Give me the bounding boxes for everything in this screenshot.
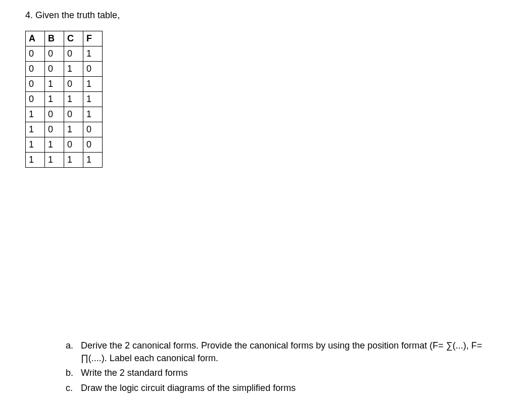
table-cell: 1 <box>83 92 103 107</box>
table-body: 00010010010101111001101011001111 <box>26 46 103 168</box>
table-cell: 0 <box>26 62 45 77</box>
table-cell: 0 <box>26 77 45 92</box>
table-cell: 0 <box>64 107 83 122</box>
sub-questions: a.Derive the 2 canonical forms. Provide … <box>66 339 507 394</box>
table-cell: 0 <box>45 122 64 137</box>
table-cell: 1 <box>83 107 103 122</box>
table-cell: 0 <box>64 46 83 62</box>
table-cell: 0 <box>45 46 64 62</box>
col-header-c: C <box>64 31 83 46</box>
sub-question-item: b.Write the 2 standard forms <box>66 367 507 379</box>
table-row: 0010 <box>26 62 103 77</box>
table-cell: 0 <box>83 122 103 137</box>
table-cell: 1 <box>26 153 45 168</box>
table-header-row: A B C F <box>26 31 103 46</box>
sub-question-text: Derive the 2 canonical forms. Provide th… <box>81 339 507 365</box>
table-row: 0111 <box>26 92 103 107</box>
table-cell: 1 <box>64 62 83 77</box>
question-prompt: Given the truth table, <box>35 10 120 20</box>
table-cell: 1 <box>45 92 64 107</box>
table-cell: 1 <box>45 137 64 153</box>
table-row: 1010 <box>26 122 103 137</box>
col-header-b: B <box>45 31 64 46</box>
sub-question-item: a.Derive the 2 canonical forms. Provide … <box>66 339 507 365</box>
col-header-a: A <box>26 31 45 46</box>
table-row: 1100 <box>26 137 103 153</box>
table-row: 1001 <box>26 107 103 122</box>
table-cell: 0 <box>45 62 64 77</box>
sub-question-label: b. <box>66 367 81 379</box>
table-cell: 1 <box>83 77 103 92</box>
table-cell: 1 <box>64 153 83 168</box>
table-cell: 0 <box>26 46 45 62</box>
table-cell: 1 <box>26 122 45 137</box>
table-cell: 1 <box>26 137 45 153</box>
table-cell: 1 <box>45 77 64 92</box>
sub-question-item: c.Draw the logic circuit diagrams of the… <box>66 382 507 394</box>
table-cell: 1 <box>64 122 83 137</box>
truth-table: A B C F 00010010010101111001101011001111 <box>25 31 103 168</box>
question-title: 4. Given the truth table, <box>25 10 507 21</box>
col-header-f: F <box>83 31 103 46</box>
sub-question-label: c. <box>66 382 81 394</box>
sub-question-text: Write the 2 standard forms <box>81 367 507 379</box>
sub-question-label: a. <box>66 339 81 365</box>
sub-question-text: Draw the logic circuit diagrams of the s… <box>81 382 507 394</box>
table-cell: 1 <box>83 46 103 62</box>
table-row: 0001 <box>26 46 103 62</box>
table-cell: 0 <box>83 137 103 153</box>
table-cell: 0 <box>64 77 83 92</box>
table-cell: 1 <box>26 107 45 122</box>
table-row: 0101 <box>26 77 103 92</box>
question-number: 4. <box>25 10 33 20</box>
table-cell: 1 <box>45 153 64 168</box>
table-cell: 0 <box>83 62 103 77</box>
table-row: 1111 <box>26 153 103 168</box>
table-cell: 1 <box>64 92 83 107</box>
table-cell: 0 <box>26 92 45 107</box>
table-cell: 0 <box>64 137 83 153</box>
table-cell: 0 <box>45 107 64 122</box>
table-cell: 1 <box>83 153 103 168</box>
